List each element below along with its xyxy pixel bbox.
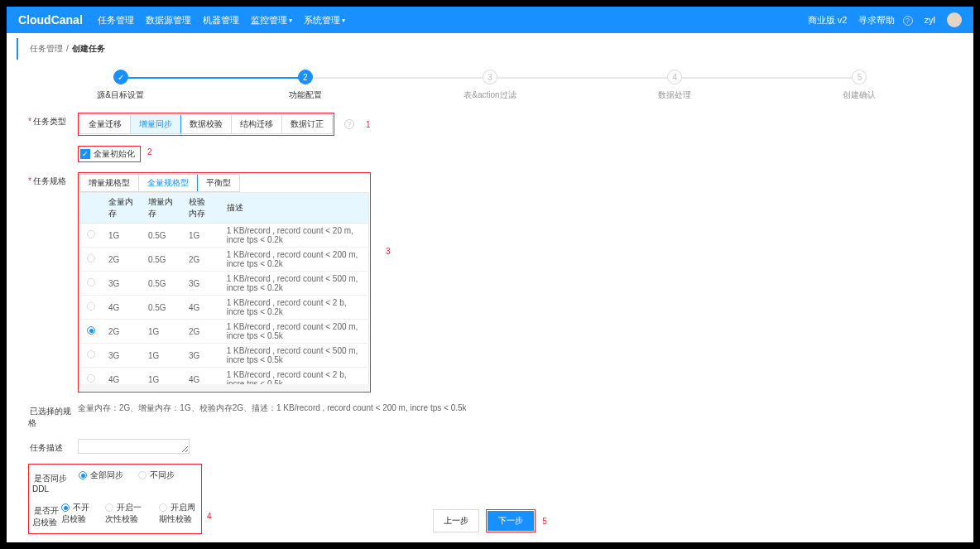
radio-icon[interactable]	[87, 278, 95, 287]
table-row[interactable]: 2G0.5G2G1 KB/record , record count < 200…	[80, 248, 369, 272]
prev-button[interactable]: 上一步	[433, 509, 479, 532]
spec-table: 全量内存增量内存校验内存描述 1G0.5G1G1 KB/record , rec…	[79, 192, 369, 391]
nav-item[interactable]: 任务管理	[98, 14, 134, 26]
radio-icon[interactable]	[87, 302, 95, 311]
selected-spec-text: 全量内存：2G、增量内存：1G、校验内存2G、描述：1 KB/record , …	[78, 402, 467, 414]
annotation-5: 5	[542, 517, 547, 526]
table-row[interactable]: 3G1G3G1 KB/record , record count < 500 m…	[80, 344, 369, 368]
table-row[interactable]: 4G0.5G4G1 KB/record , record count < 2 b…	[80, 296, 369, 320]
radio-icon[interactable]	[87, 230, 95, 238]
radio-option[interactable]: 不同步	[138, 470, 175, 481]
radio-icon[interactable]	[87, 350, 95, 359]
radio-icon[interactable]	[87, 326, 95, 335]
breadcrumb: 任务管理/创建任务	[17, 38, 973, 60]
help-icon[interactable]: ?	[344, 119, 354, 129]
radio-icon[interactable]	[87, 254, 95, 262]
task-type-option[interactable]: 全量迁移	[80, 115, 131, 133]
spec-tab[interactable]: 平衡型	[198, 175, 239, 191]
annotation-2: 2	[147, 147, 152, 157]
table-row[interactable]: 4G1G4G1 KB/record , record count < 2 b, …	[80, 368, 369, 392]
annotation-1: 1	[366, 120, 371, 129]
task-type-label: 任务类型	[28, 113, 78, 128]
spec-tab[interactable]: 全量规格型	[139, 175, 198, 191]
table-row[interactable]: 2G1G2G1 KB/record , record count < 200 m…	[80, 320, 369, 344]
spec-label: 任务规格	[28, 172, 78, 187]
chevron-down-icon: ▾	[289, 17, 292, 24]
radio-icon[interactable]	[87, 374, 95, 383]
nav-item[interactable]: 机器管理	[203, 14, 239, 26]
user-name: zyl	[925, 15, 935, 25]
step: 3表&action过滤	[397, 70, 582, 101]
chevron-down-icon: ▾	[342, 17, 345, 24]
task-type-option[interactable]: 增量同步	[131, 115, 181, 133]
nav-item[interactable]: 数据源管理	[146, 14, 191, 26]
next-button[interactable]: 下一步	[488, 511, 534, 531]
step: 4数据处理	[583, 70, 767, 101]
avatar[interactable]	[947, 12, 962, 27]
table-row[interactable]: 1G0.5G1G1 KB/record , record count < 20 …	[80, 224, 369, 248]
logo: CloudCanal	[18, 13, 83, 26]
spec-tab[interactable]: 增量规格型	[80, 175, 139, 191]
step: 5创建确认	[767, 70, 952, 101]
task-type-option[interactable]: 数据校验	[181, 115, 232, 133]
help-link[interactable]: 寻求帮助 ?	[858, 14, 912, 26]
radio-option[interactable]: 全部同步	[79, 470, 123, 481]
version-label: 商业版 v2	[808, 14, 848, 26]
task-type-option[interactable]: 数据订正	[282, 115, 332, 133]
check-icon: ✓	[80, 149, 90, 159]
table-row[interactable]: 3G0.5G3G1 KB/record , record count < 500…	[80, 272, 369, 296]
step: ✓源&目标设置	[28, 70, 213, 101]
selected-spec-label: 已选择的规格	[28, 402, 78, 429]
ddl-label: 是否同步 DDL	[32, 470, 79, 494]
full-init-checkbox[interactable]: ✓ 全量初始化	[80, 148, 135, 160]
step: 2功能配置	[213, 70, 397, 101]
top-bar: CloudCanal 任务管理数据源管理机器管理监控管理▾系统管理▾ 商业版 v…	[7, 7, 973, 33]
annotation-3: 3	[386, 247, 391, 256]
nav-item[interactable]: 监控管理▾	[251, 14, 292, 26]
desc-input[interactable]	[78, 439, 190, 454]
nav-item[interactable]: 系统管理▾	[304, 14, 345, 26]
help-icon: ?	[903, 16, 913, 26]
desc-label: 任务描述	[28, 439, 78, 454]
task-type-option[interactable]: 结构迁移	[232, 115, 282, 133]
